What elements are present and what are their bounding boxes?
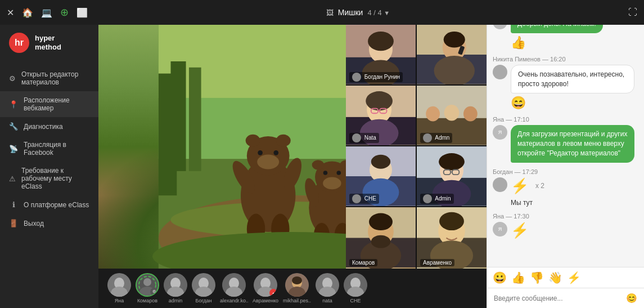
session-counter: 4 / 4 ▼ xyxy=(367,8,390,17)
participant-che-label: CHE xyxy=(350,298,361,303)
emoji-thumbsdown[interactable]: 👎 xyxy=(530,271,544,284)
chat-message-2: Никита Пименов — 16:20 Очень познаватель… xyxy=(493,56,638,111)
svg-point-15 xyxy=(276,135,291,147)
video-grid: Богдан Рунин Nata xyxy=(346,25,487,269)
avatar-yana xyxy=(107,273,131,297)
emoji-bar: 😀 👍 👎 👋 ⚡ xyxy=(487,267,644,288)
svg-point-63 xyxy=(371,155,390,169)
video-label-6: Admin xyxy=(420,194,454,204)
video-label-3: Nata xyxy=(349,133,379,143)
lightning-emoji-4: ⚡ xyxy=(511,177,529,195)
video-label-4: Admn xyxy=(420,133,452,143)
menu-item-webcam[interactable]: 📍 Расположение вебкамер xyxy=(0,91,98,117)
video-cell-3: Nata xyxy=(346,86,416,145)
svg-point-18 xyxy=(273,150,278,155)
reaction-1: 👍 xyxy=(511,35,638,50)
chat-avatar-yana3: Я xyxy=(493,222,507,236)
close-icon[interactable]: ✕ xyxy=(7,7,14,18)
participant-bogdan[interactable]: Богдан xyxy=(192,273,215,303)
participant-admin[interactable]: admin xyxy=(164,273,187,303)
reaction-row-4: ⚡ x 2 xyxy=(511,177,544,195)
participant-admin-label: admin xyxy=(169,298,183,303)
participant-alexandr[interactable]: alexandr.ko... xyxy=(220,273,248,303)
chat-avatar-row-5: Я ⚡ xyxy=(493,222,638,239)
participant-komarov[interactable]: ⚙ Комаров xyxy=(136,273,159,303)
chat-meta-3: Яна — 17:10 xyxy=(493,116,638,123)
svg-point-82 xyxy=(439,212,464,230)
avatar-che xyxy=(344,273,367,297)
chat-bubble-3: Для загрузки презентаций и других матери… xyxy=(511,125,634,162)
svg-point-14 xyxy=(246,135,260,147)
svg-point-17 xyxy=(258,150,263,155)
wrench-icon: 🔧 xyxy=(9,122,18,131)
participant-che[interactable]: CHE xyxy=(344,273,367,303)
reaction-x2: x 2 xyxy=(535,182,544,190)
menu-item-fb[interactable]: 📡 Трансляция в Facebook xyxy=(0,136,98,162)
participant-avramenko-label: Авраменко xyxy=(253,298,278,303)
participant-nata-label: nata xyxy=(322,298,332,303)
video-cell-6: Admin xyxy=(417,146,487,206)
menu-item-editor[interactable]: ⚙ Открыть редактор материалов xyxy=(0,65,98,91)
screen-icon[interactable]: 💻 xyxy=(41,7,52,18)
menu-item-about[interactable]: ℹ О платформе eClass xyxy=(0,195,98,214)
gear-icon: ⚙ xyxy=(9,74,16,83)
svg-rect-4 xyxy=(171,61,186,171)
svg-point-25 xyxy=(312,160,325,169)
svg-point-27 xyxy=(323,177,341,190)
svg-point-16 xyxy=(257,155,279,169)
svg-point-44 xyxy=(444,32,465,48)
broadcast-icon[interactable]: ⊕ xyxy=(60,6,69,19)
video-label-1: Богдан Рунин xyxy=(349,72,403,82)
chat-meta-2: Никита Пименов — 16:20 xyxy=(493,56,638,63)
layout-icon[interactable]: ⬜ xyxy=(76,7,88,18)
chat-input[interactable] xyxy=(494,294,622,302)
chat-message-5: Яна — 17:30 Я ⚡ xyxy=(493,213,638,239)
svg-point-57 xyxy=(444,105,460,121)
emoji-lightning[interactable]: ⚡ xyxy=(567,271,581,284)
video-label-7: Комаров xyxy=(349,259,377,266)
participant-yana-label: Яна xyxy=(115,298,124,303)
chat-messages: Яна — 16:05 Я Добрый день. Начинаем! 👍 Н… xyxy=(487,0,644,267)
avatar-bogdan xyxy=(192,273,215,297)
home-icon[interactable]: 🏠 xyxy=(22,7,33,18)
participant-yana[interactable]: Яна xyxy=(107,273,131,303)
badge-red: ● xyxy=(269,289,277,297)
left-menu: hr hyper method ⚙ Открыть редактор матер… xyxy=(0,25,98,308)
emoji-wave[interactable]: 👋 xyxy=(548,271,562,284)
svg-point-105 xyxy=(292,276,302,284)
participant-mikhail[interactable]: mikhail.pes... xyxy=(283,273,311,303)
avatar-avramenko: ● xyxy=(254,273,277,297)
svg-point-56 xyxy=(426,106,440,122)
chat-emoji-button[interactable]: 😊 xyxy=(626,293,637,303)
badge-gear: ⚙ xyxy=(150,288,158,296)
chat-avatar-row-3: Я Для загрузки презентаций и других мате… xyxy=(493,125,638,162)
video-cell-2 xyxy=(417,25,487,84)
top-bar-right: ⛶ xyxy=(628,7,637,17)
chat-avatar-yana2: Я xyxy=(493,125,507,140)
menu-item-exit[interactable]: 🚪 Выход xyxy=(0,214,98,233)
emoji-thumbsup[interactable]: 👍 xyxy=(511,271,525,284)
menu-item-diag[interactable]: 🔧 Диагностика xyxy=(0,117,98,136)
svg-point-77 xyxy=(371,235,390,248)
svg-point-28 xyxy=(323,171,328,175)
chat-avatar-nikita xyxy=(493,65,507,79)
participant-nata[interactable]: nata xyxy=(316,273,339,303)
video-cell-1: Богдан Рунин xyxy=(346,25,416,84)
warning-icon: ⚠ xyxy=(9,175,16,183)
svg-point-88 xyxy=(143,278,151,286)
avatar-mikhail xyxy=(285,273,309,297)
participant-avramenko[interactable]: ● Авраменко xyxy=(253,273,278,303)
svg-point-68 xyxy=(439,153,465,171)
logo-area: hr hyper method xyxy=(0,25,98,61)
avatar-komarov: ⚙ xyxy=(136,273,159,297)
emoji-smile[interactable]: 😀 xyxy=(493,271,507,284)
fullscreen-icon[interactable]: ⛶ xyxy=(628,7,637,17)
participant-komarov-label: Комаров xyxy=(137,298,157,303)
location-icon: 📍 xyxy=(9,100,18,109)
participant-mikhail-label: mikhail.pes... xyxy=(283,298,311,303)
menu-item-req[interactable]: ⚠ Требование к рабочему месту eClass xyxy=(0,162,98,195)
chat-meta-4: Богдан — 17:29 xyxy=(493,168,638,175)
avatar-nata xyxy=(316,273,339,297)
chat-panel: Яна — 16:05 Я Добрый день. Начинаем! 👍 Н… xyxy=(487,0,644,308)
svg-rect-5 xyxy=(189,68,201,171)
